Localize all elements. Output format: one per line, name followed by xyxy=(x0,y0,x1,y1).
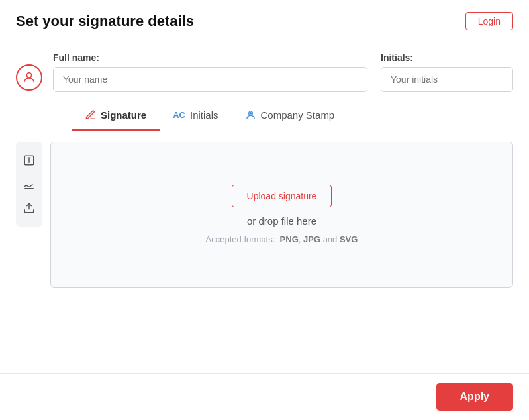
tab-initials[interactable]: AC Initials xyxy=(160,101,231,131)
text-tool-button[interactable] xyxy=(19,150,40,171)
initials-label: Initials: xyxy=(381,52,513,63)
footer: Apply xyxy=(0,373,529,420)
accepted-label: Accepted formats: xyxy=(206,235,275,244)
login-button[interactable]: Login xyxy=(465,12,513,30)
format-png: PNG xyxy=(280,235,299,244)
draw-tool-button[interactable] xyxy=(19,174,40,195)
signature-tab-icon xyxy=(85,109,96,121)
avatar xyxy=(16,64,42,91)
tab-signature-label: Signature xyxy=(101,109,146,121)
name-row: Full name: Initials: xyxy=(0,40,529,99)
format-jpg: JPG xyxy=(303,235,320,244)
person-icon xyxy=(22,70,36,85)
text-tool-icon xyxy=(23,154,35,166)
page-title: Set your signature details xyxy=(16,13,194,30)
company-stamp-tab-icon xyxy=(245,109,256,121)
upload-area-wrapper: Upload signature or drop file here Accep… xyxy=(42,142,513,362)
name-fields: Full name: Initials: xyxy=(53,52,513,92)
main-content: Upload signature or drop file here Accep… xyxy=(0,131,529,373)
apply-button[interactable]: Apply xyxy=(436,383,513,411)
full-name-input[interactable] xyxy=(53,67,367,92)
accepted-formats: Accepted formats: PNG, JPG and SVG xyxy=(206,235,358,244)
full-name-label: Full name: xyxy=(53,52,367,63)
upload-tool-button[interactable] xyxy=(19,197,40,219)
initials-tab-icon: AC xyxy=(173,110,185,120)
drop-text: or drop file here xyxy=(247,215,316,227)
tab-company-stamp-label: Company Stamp xyxy=(261,109,335,121)
tab-company-stamp[interactable]: Company Stamp xyxy=(232,101,348,131)
tab-signature[interactable]: Signature xyxy=(72,101,160,131)
sidebar-tools xyxy=(16,142,42,227)
upload-tool-icon xyxy=(23,202,35,214)
tab-initials-label: Initials xyxy=(190,109,218,121)
format-and: and xyxy=(323,235,340,244)
svg-point-0 xyxy=(26,73,31,78)
svg-point-2 xyxy=(250,113,251,114)
header: Set your signature details Login xyxy=(0,0,529,40)
upload-signature-button[interactable]: Upload signature xyxy=(232,185,332,207)
initials-input[interactable] xyxy=(381,67,513,92)
draw-tool-icon xyxy=(23,178,35,190)
full-name-group: Full name: xyxy=(53,52,367,92)
tabs-bar: Signature AC Initials Company Stamp xyxy=(0,101,529,131)
upload-dropzone[interactable]: Upload signature or drop file here Accep… xyxy=(50,142,513,288)
format-svg: SVG xyxy=(340,235,358,244)
initials-group: Initials: xyxy=(381,52,513,92)
